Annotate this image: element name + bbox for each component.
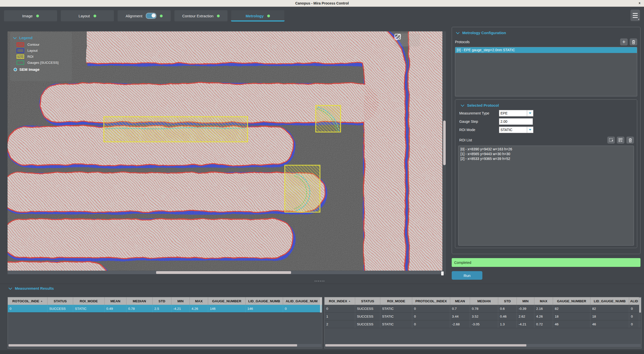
alignment-toggle[interactable]: [146, 13, 156, 19]
ruler-icon[interactable]: [394, 33, 402, 41]
protocols-list[interactable]: [0] - EPE gauge_step=2.0nm STATIC: [455, 47, 637, 96]
column-header[interactable]: ROI_MODE: [73, 297, 105, 305]
selected-protocol-chevron-icon[interactable]: [461, 103, 464, 106]
sem-image-radio[interactable]: SEM Image: [14, 67, 69, 72]
roi-mode-dropdown[interactable]: STATIC: [499, 127, 533, 133]
table-header-row: ROTOCOL_INDE▲STATUSROI_MODEMEANMEDIANSTD…: [8, 297, 322, 305]
column-header[interactable]: STATUS: [48, 297, 73, 305]
tab-alignment[interactable]: Alignment: [117, 10, 171, 22]
column-header[interactable]: MEAN: [450, 297, 470, 305]
table-vscrollbar[interactable]: [320, 298, 322, 313]
config-panel-title: Metrology Configuration: [462, 31, 506, 35]
table-cell: 2.16: [534, 305, 553, 312]
column-header[interactable]: MAX: [534, 297, 553, 305]
delete-protocol-button[interactable]: [630, 38, 637, 45]
roi-list-item[interactable]: [2] - x=8533 y=9365 w=39 h=52: [461, 156, 632, 161]
column-header[interactable]: STD: [498, 297, 517, 305]
bottom-strip: [0, 350, 644, 354]
table-cell: 46: [553, 320, 590, 328]
hscrollbar-thumb[interactable]: [156, 271, 291, 274]
column-header[interactable]: MEDIAN: [126, 297, 153, 305]
status-dot-icon: [94, 15, 96, 17]
measurement-type-dropdown[interactable]: EPE: [499, 110, 533, 116]
add-roi-group-button[interactable]: [617, 137, 624, 144]
column-header[interactable]: MEAN: [105, 297, 126, 305]
table-cell: 0: [325, 305, 355, 312]
column-header[interactable]: STD: [153, 297, 171, 305]
legend-title: Legend: [19, 36, 32, 40]
table-cell: 0: [8, 305, 48, 312]
gauge-step-input[interactable]: [499, 118, 533, 125]
status-dot-icon: [36, 15, 39, 17]
table-cell: 82: [590, 305, 629, 312]
legend-swatch-icon: [17, 61, 24, 65]
draw-roi-button[interactable]: [607, 137, 615, 144]
run-button[interactable]: Run: [452, 271, 482, 280]
protocol-results-table[interactable]: ROTOCOL_INDE▲STATUSROI_MODEMEANMEDIANSTD…: [8, 297, 322, 348]
menu-button[interactable]: ▾: [630, 10, 640, 21]
column-header[interactable]: PROTOCOL_INDEX: [412, 297, 450, 305]
config-collapse-chevron-icon[interactable]: [456, 30, 459, 34]
vscrollbar-thumb[interactable]: [443, 121, 446, 165]
sem-image-label: SEM Image: [19, 67, 39, 72]
table-row[interactable]: 0SUCCESSSTATIC00.70.780.6-0.392.1682820: [325, 305, 641, 313]
tab-contour-extraction[interactable]: Contour Extraction: [174, 10, 228, 22]
protocol-item[interactable]: [0] - EPE gauge_step=2.0nm STATIC: [455, 47, 637, 53]
column-header[interactable]: GAUGE_NUMBER: [208, 297, 246, 305]
legend-item: Contour: [17, 42, 69, 47]
column-header[interactable]: GAUGE_NUMBER: [553, 297, 590, 305]
status-dot-icon: [267, 15, 270, 17]
splitter-handle[interactable]: [0, 278, 644, 284]
sem-image-canvas[interactable]: Legend ContourLayoutROIGauges [SUCCESS] …: [8, 31, 442, 274]
table-row[interactable]: 0SUCCESSSTATIC0.490.782.5-4.214.26146146…: [8, 305, 322, 313]
roi-list-label: ROI List: [459, 138, 605, 142]
table-hscrollbar[interactable]: [8, 344, 322, 347]
canvas-hscrollbar[interactable]: [8, 271, 442, 274]
sort-ascending-icon: ▲: [40, 300, 43, 302]
tab-metrology[interactable]: Metrology: [231, 10, 285, 22]
table-cell: 0.72: [534, 320, 553, 328]
selected-protocol-panel: Selected Protocol Measurement Type EPE G…: [455, 99, 637, 248]
results-collapse-chevron-icon[interactable]: [9, 286, 12, 289]
legend-swatch-icon: [17, 48, 24, 53]
metrology-config-panel: Metrology Configuration Protocols + [0] …: [452, 27, 640, 254]
tab-image[interactable]: Image: [4, 10, 57, 22]
column-header[interactable]: MEDIAN: [470, 297, 498, 305]
roi-list-item[interactable]: [0] - x=8390 y=9432 w=163 h=26: [461, 147, 632, 152]
roi-list[interactable]: [0] - x=8390 y=9432 w=163 h=26[1] - x=85…: [458, 146, 634, 246]
delete-roi-button[interactable]: [626, 137, 634, 144]
tab-label: Contour Extraction: [182, 14, 213, 18]
roi-results-table[interactable]: ROI_INDEX▲STATUSROI_MODEPROTOCOL_INDEXME…: [324, 297, 641, 348]
column-header[interactable]: LID_GAUGE_NUMB: [590, 297, 629, 305]
column-header[interactable]: ROI_INDEX▲: [325, 297, 355, 305]
dropdown-arrow-icon[interactable]: [527, 127, 533, 133]
table-cell: SUCCESS: [355, 305, 380, 312]
canvas-vscrollbar[interactable]: [443, 31, 446, 274]
column-header[interactable]: MAX: [190, 297, 208, 305]
table-cell: 2.62: [517, 313, 534, 320]
column-header[interactable]: ROTOCOL_INDE▲: [8, 297, 48, 305]
column-header[interactable]: MIN: [517, 297, 534, 305]
table-cell: SUCCESS: [355, 313, 380, 320]
column-header[interactable]: ALID_GAUGE_NUM: [283, 297, 320, 305]
column-header[interactable]: MIN: [171, 297, 190, 305]
table-hscrollbar[interactable]: [325, 344, 641, 347]
column-header[interactable]: ALID: [629, 297, 639, 305]
table-cell: -0.39: [517, 305, 534, 312]
close-button[interactable]: x: [639, 1, 640, 5]
table-vscrollbar[interactable]: [639, 298, 641, 313]
tab-label: Image: [22, 14, 33, 18]
column-header[interactable]: ROI_MODE: [380, 297, 412, 305]
legend-panel: Legend ContourLayoutROIGauges [SUCCESS] …: [10, 32, 72, 81]
column-header[interactable]: LID_GAUGE_NUMB: [246, 297, 283, 305]
legend-collapse-chevron-icon[interactable]: [13, 35, 17, 39]
table-row[interactable]: 1SUCCESSSTATIC03.443.520.462.624.2618180: [325, 313, 641, 320]
table-row[interactable]: 2SUCCESSSTATIC0-2.68-3.051.3-4.210.72464…: [325, 320, 641, 328]
tab-layout[interactable]: Layout: [61, 10, 114, 22]
roi-list-item[interactable]: [1] - x=8565 y=9443 w=30 h=30: [461, 152, 632, 156]
table-cell: 0: [629, 320, 639, 328]
add-protocol-button[interactable]: +: [620, 38, 628, 45]
dropdown-arrow-icon[interactable]: [527, 110, 533, 116]
table-cell: 18: [553, 313, 590, 320]
column-header[interactable]: STATUS: [355, 297, 380, 305]
